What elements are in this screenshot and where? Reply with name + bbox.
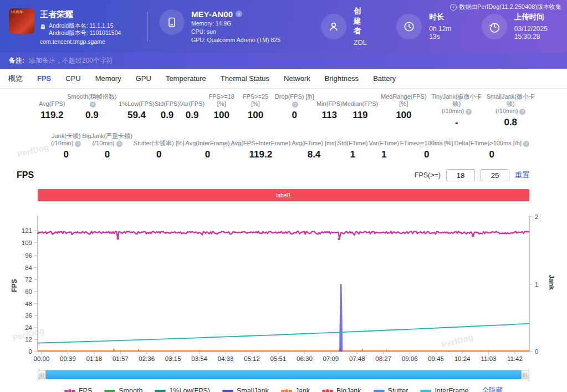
legend-label: SmallJank <box>237 387 269 392</box>
svg-text:72: 72 <box>25 276 32 283</box>
fps-chart: PerfDogPerfDog12110996847260483624120210… <box>0 205 567 366</box>
tab-Thermal Status[interactable]: Thermal Status <box>221 74 269 83</box>
legend-label: Jank <box>295 387 310 392</box>
legend-marker <box>155 390 166 392</box>
tab-Memory[interactable]: Memory <box>95 74 121 83</box>
help-icon[interactable]: ? <box>90 101 96 108</box>
header: i 数据由PerfDog(11.2.250408)版本收集 10周年 王者荣耀 … <box>0 0 567 53</box>
tab-Network[interactable]: Network <box>284 74 310 83</box>
legend-item-FPS[interactable]: FPS <box>64 387 92 392</box>
game-package: com.tencent.tmgp.sgame <box>40 38 121 45</box>
stat-Var(FPS): Var(FPS)0.9 <box>180 93 205 128</box>
stat-value: 1 <box>381 149 386 160</box>
stat-TinyJank(极微小卡顿): TinyJank(极微小卡顿)(/10min)?- <box>429 93 484 128</box>
stat-Avg(FPS+InterFrame): Avg(FPS+InterFrame)119.2 <box>231 133 290 160</box>
collect-info-text: 数据由PerfDog(11.2.250408)版本收集 <box>459 3 561 11</box>
stats-row-1: Avg(FPS)119.2Smooth(稳帧指数)?0.91%Low(FPS)5… <box>0 89 567 130</box>
svg-text:00:39: 00:39 <box>60 355 76 362</box>
stat-value: 0.8 <box>504 117 517 128</box>
legend-item-1%Low(FPS)[interactable]: 1%Low(FPS) <box>155 387 210 392</box>
tab-Brightness[interactable]: Brightness <box>325 74 359 83</box>
svg-text:36: 36 <box>25 312 32 319</box>
stat-value: 0.9 <box>85 110 99 121</box>
stat-Std(FTime): Std(FTime)1 <box>338 133 368 160</box>
upload-value: 03/12/2025 15:30:28 <box>514 25 558 40</box>
tab-CPU[interactable]: CPU <box>65 74 80 83</box>
svg-text:11:03: 11:03 <box>481 355 497 362</box>
svg-text:24: 24 <box>25 324 32 331</box>
svg-text:48: 48 <box>25 301 32 307</box>
stat-Min(FPS): Min(FPS)113 <box>316 93 342 128</box>
chart-label-banner: label1 <box>38 189 529 201</box>
tab-Battery[interactable]: Battery <box>373 74 396 83</box>
device-memory: Memory: 14.9G <box>191 19 280 27</box>
fps-section-header: FPS FPS(>=) 重置 <box>0 165 567 182</box>
legend-item-BigJank[interactable]: BigJank <box>322 387 361 392</box>
help-icon[interactable]: ? <box>116 141 122 147</box>
creator-block: 创建者 ZOL <box>321 6 366 47</box>
tab-概览[interactable]: 概览 <box>8 74 23 84</box>
help-icon[interactable]: ? <box>466 109 472 115</box>
stat-Median(FPS): Median(FPS)119 <box>342 93 378 128</box>
svg-text:96: 96 <box>25 252 32 259</box>
section-title: FPS <box>17 170 34 180</box>
upload-block: 上传时间 03/12/2025 15:30:28 <box>482 12 558 40</box>
stat-value: 0 <box>105 149 110 160</box>
svg-text:08:27: 08:27 <box>375 355 391 362</box>
legend-item-Stutter[interactable]: Stutter <box>374 387 408 392</box>
help-icon[interactable]: ? <box>523 141 529 147</box>
device-gpu: GPU: Qualcomm Adreno (TM) 825 <box>191 36 280 44</box>
stat-value: 100 <box>396 110 411 121</box>
stat-value: 59.4 <box>127 110 146 121</box>
tab-FPS[interactable]: FPS <box>37 74 51 83</box>
legend-label: FPS <box>79 387 92 392</box>
slider-handle-right[interactable]: ||| <box>521 370 529 379</box>
tab-Temperature[interactable]: Temperature <box>166 74 206 83</box>
fps-chart-canvas: PerfDogPerfDog12110996847260483624120210… <box>0 205 567 364</box>
phone-icon <box>159 9 185 35</box>
device-info-icon[interactable]: i <box>236 11 242 17</box>
legend-marker <box>64 390 75 392</box>
stat-value: 1 <box>350 149 355 160</box>
legend-label: Stutter <box>388 387 408 392</box>
hide-all-link[interactable]: 全隐藏 <box>482 386 503 392</box>
android-version-name: Android版本名: 11.1.1.15 <box>49 22 121 29</box>
svg-text:03:15: 03:15 <box>165 355 181 362</box>
legend-marker <box>374 390 385 392</box>
tab-GPU[interactable]: GPU <box>136 74 151 83</box>
stat-value: 119 <box>353 110 367 121</box>
svg-text:PerfDog: PerfDog <box>441 332 474 349</box>
svg-text:09:45: 09:45 <box>428 355 444 362</box>
stat-value: 0 <box>424 149 429 160</box>
help-icon[interactable]: ? <box>292 101 298 108</box>
fps-threshold-input-2[interactable] <box>481 169 509 181</box>
stat-value: 119.2 <box>249 149 272 160</box>
help-icon[interactable]: ? <box>519 109 525 115</box>
legend-item-Jank[interactable]: Jank <box>281 387 310 392</box>
stat-Avg(InterFrame): Avg(InterFrame)0 <box>186 133 230 160</box>
legend-item-SmallJank[interactable]: SmallJank <box>222 387 269 392</box>
svg-text:109: 109 <box>22 240 32 246</box>
game-icon: 10周年 <box>9 8 34 34</box>
stat-value: 0 <box>156 149 161 160</box>
reset-button[interactable]: 重置 <box>515 170 529 180</box>
svg-text:05:51: 05:51 <box>270 355 287 362</box>
note-label: 备注: <box>9 56 24 65</box>
svg-text:60: 60 <box>25 288 32 295</box>
upload-label: 上传时间 <box>514 12 558 22</box>
help-icon[interactable]: ? <box>75 141 81 147</box>
slider-handle-left[interactable]: ||| <box>38 370 46 379</box>
svg-text:0: 0 <box>29 348 32 355</box>
note-placeholder: 添加备注，不超过200个字符 <box>29 56 113 65</box>
svg-text:03:54: 03:54 <box>191 355 207 362</box>
legend-item-InterFrame[interactable]: InterFrame <box>420 387 468 392</box>
stat-value: 113 <box>322 110 337 121</box>
stat-Var(FTime): Var(FTime)1 <box>369 133 399 160</box>
legend-label: InterFrame <box>435 387 468 392</box>
duration-value: 0h 12m 13s <box>429 25 451 40</box>
fps-threshold-input-1[interactable] <box>446 169 475 181</box>
slider-track[interactable] <box>46 370 521 379</box>
legend-marker <box>322 390 333 392</box>
note-bar[interactable]: 备注: 添加备注，不超过200个字符 <box>0 53 567 69</box>
legend-item-Smooth[interactable]: Smooth <box>104 387 142 392</box>
